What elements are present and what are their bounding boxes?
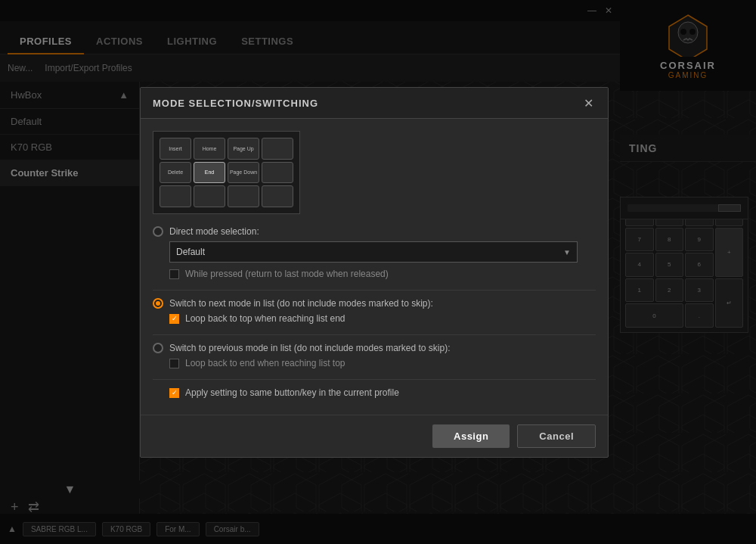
while-pressed-checkbox[interactable]	[169, 269, 179, 279]
while-pressed-label: While pressed (return to last mode when …	[185, 269, 389, 279]
switch-next-group: Switch to next mode in list (do not incl…	[153, 298, 596, 324]
key-home: Home	[194, 138, 225, 160]
switch-next-row: Switch to next mode in list (do not incl…	[153, 298, 596, 309]
key-preview: Insert Home Page Up Delete End Page Down	[153, 131, 300, 214]
key-empty6	[262, 185, 293, 207]
direct-mode-label: Direct mode selection:	[169, 226, 259, 237]
loop-top-checkbox[interactable]	[169, 314, 179, 324]
switch-prev-label: Switch to previous mode in list (do not …	[169, 343, 451, 353]
mode-dropdown[interactable]: Default ▼	[169, 241, 578, 263]
switch-prev-row: Switch to previous mode in list (do not …	[153, 343, 596, 353]
key-insert: Insert	[160, 138, 191, 160]
modal-dialog: MODE SELECTION/SWITCHING ✕ Insert Home P…	[140, 87, 609, 458]
dropdown-value: Default	[176, 247, 205, 257]
key-empty5	[228, 185, 259, 207]
loop-end-label: Loop back to end when reaching list top	[185, 358, 345, 368]
cancel-button[interactable]: Cancel	[517, 424, 596, 448]
direct-mode-radio[interactable]	[153, 226, 163, 237]
separator1	[153, 290, 596, 291]
key-pgup: Page Up	[228, 138, 259, 160]
modal-footer: Assign Cancel	[141, 415, 608, 457]
separator2	[153, 334, 596, 335]
dropdown-row: Default ▼	[169, 241, 596, 263]
key-empty3	[160, 185, 191, 207]
loop-top-row: Loop back to top when reaching list end	[169, 313, 596, 324]
app-window: — ✕ PROFILES ACTIONS LIGHTING SETTINGS N…	[0, 0, 756, 544]
key-empty2	[262, 162, 293, 184]
apply-setting-label: Apply setting to same button/key in the …	[185, 387, 399, 398]
apply-setting-checkbox[interactable]	[169, 388, 179, 398]
loop-end-checkbox[interactable]	[169, 359, 179, 368]
dropdown-arrow-icon: ▼	[563, 248, 571, 256]
switch-next-label: Switch to next mode in list (do not incl…	[169, 298, 433, 309]
separator3	[153, 379, 596, 380]
modal-body: Insert Home Page Up Delete End Page Down…	[141, 119, 608, 415]
apply-setting-row: Apply setting to same button/key in the …	[169, 387, 596, 398]
key-delete: Delete	[160, 162, 191, 184]
assign-button[interactable]: Assign	[432, 424, 510, 448]
modal-header: MODE SELECTION/SWITCHING ✕	[141, 88, 608, 119]
direct-mode-group: Direct mode selection: Default ▼ While p…	[153, 226, 596, 279]
while-pressed-row: While pressed (return to last mode when …	[169, 269, 596, 279]
switch-prev-radio[interactable]	[153, 343, 163, 353]
key-empty4	[194, 185, 225, 207]
key-empty1	[262, 138, 293, 160]
loop-top-label: Loop back to top when reaching list end	[185, 313, 345, 324]
modal-title: MODE SELECTION/SWITCHING	[153, 98, 318, 109]
loop-end-row: Loop back to end when reaching list top	[169, 358, 596, 368]
key-pgdn: Page Down	[228, 162, 259, 184]
key-end: End	[194, 162, 225, 184]
direct-mode-row: Direct mode selection:	[153, 226, 596, 237]
switch-prev-group: Switch to previous mode in list (do not …	[153, 343, 596, 368]
switch-next-radio[interactable]	[153, 298, 163, 309]
modal-close-button[interactable]: ✕	[581, 95, 596, 110]
